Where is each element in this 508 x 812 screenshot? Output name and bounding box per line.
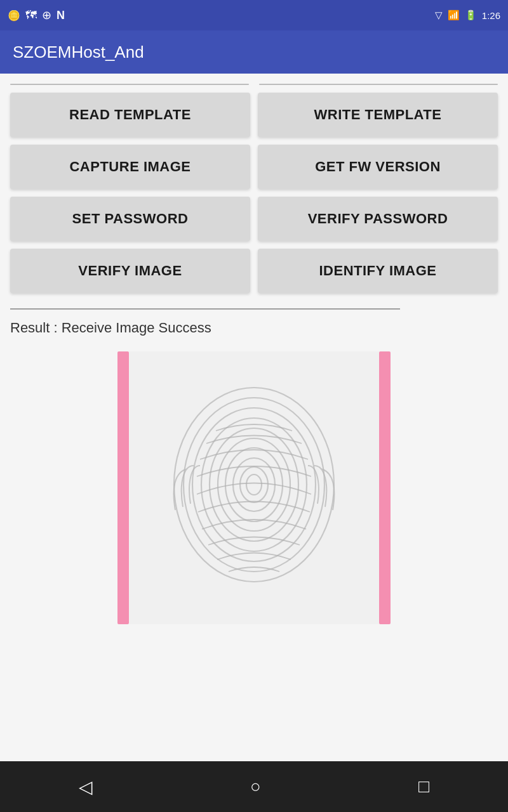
section-divider	[10, 308, 400, 310]
read-template-button[interactable]: READ TEMPLATE	[10, 93, 250, 137]
chrome-icon: ⊕	[42, 8, 51, 22]
result-label: Result : Receive Image Success	[10, 320, 498, 336]
signal-icon: 📶	[448, 10, 460, 21]
maps-icon: 🗺	[25, 9, 37, 22]
battery-icon: 🔋	[465, 10, 477, 21]
home-icon: ○	[250, 776, 261, 797]
fingerprint-frame	[117, 351, 391, 624]
top-dividers	[10, 84, 498, 85]
write-template-button[interactable]: WRITE TEMPLATE	[258, 93, 498, 137]
status-right: ▽ 📶 🔋 1:26	[435, 10, 500, 21]
app-title: SZOEMHost_And	[13, 43, 144, 62]
status-icons: 🪙 🗺 ⊕ N	[8, 8, 65, 22]
verify-password-button[interactable]: VERIFY PASSWORD	[258, 197, 498, 241]
wallet-icon: 🪙	[8, 10, 20, 22]
fingerprint-container	[10, 351, 498, 751]
main-content: READ TEMPLATE WRITE TEMPLATE CAPTURE IMA…	[0, 74, 508, 761]
bottom-nav: ◁ ○ □	[0, 761, 508, 812]
capture-image-button[interactable]: CAPTURE IMAGE	[10, 145, 250, 189]
app-bar: SZOEMHost_And	[0, 30, 508, 74]
button-grid: READ TEMPLATE WRITE TEMPLATE CAPTURE IMA…	[10, 93, 498, 293]
pink-bar-right	[379, 351, 391, 624]
fingerprint-image	[129, 351, 379, 624]
wifi-icon: ▽	[435, 10, 443, 21]
status-bar: 🪙 🗺 ⊕ N ▽ 📶 🔋 1:26	[0, 0, 508, 30]
clock: 1:26	[482, 10, 500, 21]
back-icon: ◁	[79, 776, 93, 797]
divider-left	[10, 84, 249, 85]
get-fw-version-button[interactable]: GET FW VERSION	[258, 145, 498, 189]
recent-icon: □	[418, 776, 429, 797]
n-icon: N	[57, 9, 65, 22]
fingerprint-svg	[165, 367, 343, 608]
identify-image-button[interactable]: IDENTIFY IMAGE	[258, 249, 498, 293]
home-button[interactable]: ○	[240, 766, 271, 807]
back-button[interactable]: ◁	[69, 766, 103, 808]
pink-bar-left	[117, 351, 129, 624]
verify-image-button[interactable]: VERIFY IMAGE	[10, 249, 250, 293]
divider-right	[259, 84, 498, 85]
set-password-button[interactable]: SET PASSWORD	[10, 197, 250, 241]
recent-button[interactable]: □	[408, 766, 439, 807]
